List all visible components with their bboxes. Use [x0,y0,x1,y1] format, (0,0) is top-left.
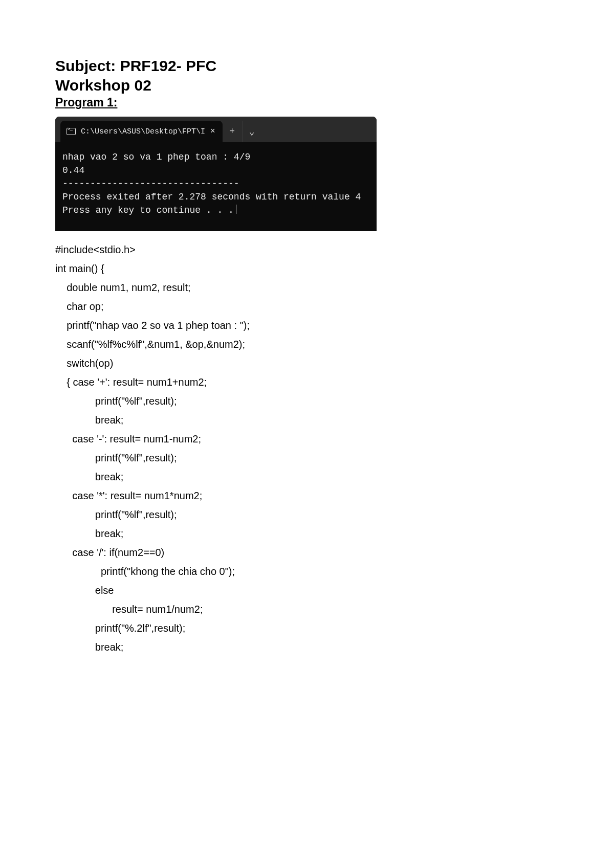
code-line: printf("khong the chia cho 0"); [55,566,235,577]
cursor-icon [236,205,236,214]
cmd-icon [67,128,76,135]
code-line: printf("%lf",result); [55,509,177,520]
terminal-line: nhap vao 2 so va 1 phep toan : 4/9 [62,152,250,162]
code-line: case '/': if(num2==0) [55,547,164,558]
code-line: printf("nhap vao 2 so va 1 phep toan : "… [55,320,250,331]
code-line: break; [55,641,123,653]
code-line: printf("%lf",result); [55,452,177,463]
code-line: result= num1/num2; [55,604,203,615]
code-line: char op; [55,301,104,312]
code-line: { case '+': result= num1+num2; [55,376,207,388]
terminal-tabbar: C:\Users\ASUS\Desktop\FPT\I × + ⌄ [55,117,377,142]
code-line: scanf("%lf%c%lf",&num1, &op,&num2); [55,339,245,350]
terminal-line: -------------------------------- [62,179,239,189]
page-subject: Subject: PRF192- PFC [55,56,559,76]
source-code: #include<stdio.h> int main() { double nu… [55,240,559,657]
code-line: else [55,585,114,596]
terminal-tab-title: C:\Users\ASUS\Desktop\FPT\I [81,127,205,136]
chevron-down-icon: ⌄ [249,126,255,137]
code-line: int main() { [55,263,104,274]
terminal-line: Press any key to continue . . . [62,205,234,215]
code-line: case '*': result= num1*num2; [55,490,202,501]
terminal-output: nhap vao 2 so va 1 phep toan : 4/9 0.44 … [55,142,377,231]
code-line: #include<stdio.h> [55,244,136,255]
tab-dropdown-button[interactable]: ⌄ [242,121,261,142]
terminal-window: C:\Users\ASUS\Desktop\FPT\I × + ⌄ nhap v… [55,117,377,231]
code-line: case '-': result= num1-num2; [55,433,201,444]
close-icon[interactable]: × [210,127,215,136]
code-line: printf("%lf",result); [55,395,177,407]
program-heading: Program 1: [55,96,559,109]
plus-icon: + [229,126,235,137]
page-workshop: Workshop 02 [55,76,559,95]
code-line: break; [55,528,123,539]
code-line: switch(op) [55,358,113,369]
terminal-tab[interactable]: C:\Users\ASUS\Desktop\FPT\I × [60,121,223,142]
terminal-line: Process exited after 2.278 seconds with … [62,192,361,202]
terminal-line: 0.44 [62,165,84,175]
code-line: printf("%.2lf",result); [55,622,185,634]
code-line: break; [55,471,123,482]
code-line: double num1, num2, result; [55,282,191,293]
new-tab-button[interactable]: + [223,121,242,142]
code-line: break; [55,414,123,426]
